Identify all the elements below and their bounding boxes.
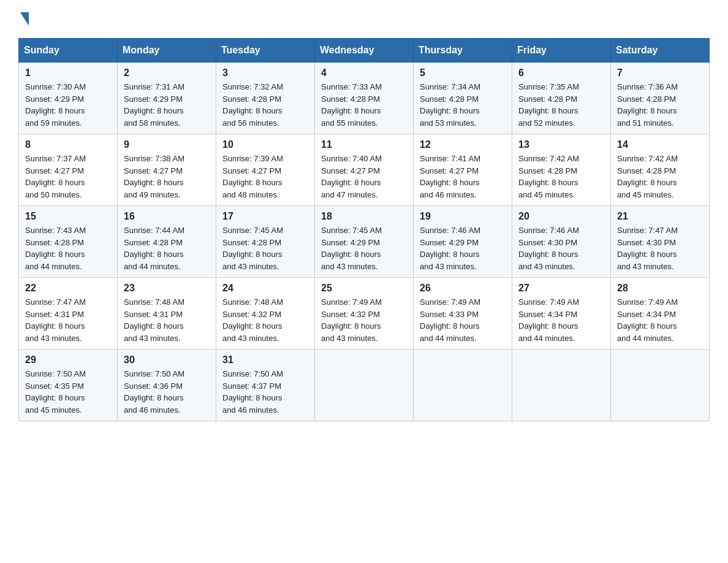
daylight-label: Daylight: 8 hours — [222, 106, 282, 115]
sunrise-label: Sunrise: 7:50 AM — [25, 369, 86, 378]
daylight-minutes: and 43 minutes. — [518, 262, 575, 271]
daylight-label: Daylight: 8 hours — [420, 106, 480, 115]
day-number: 19 — [420, 211, 506, 222]
daylight-label: Daylight: 8 hours — [124, 178, 184, 187]
daylight-minutes: and 43 minutes. — [222, 262, 279, 271]
sunrise-label: Sunrise: 7:47 AM — [617, 226, 678, 235]
daylight-label: Daylight: 8 hours — [518, 106, 578, 115]
sunset-label: Sunset: 4:28 PM — [617, 166, 676, 175]
calendar-day-cell: 19 Sunrise: 7:46 AM Sunset: 4:29 PM Dayl… — [414, 206, 512, 278]
calendar-day-cell: 17 Sunrise: 7:45 AM Sunset: 4:28 PM Dayl… — [216, 206, 315, 278]
sunset-label: Sunset: 4:27 PM — [420, 166, 479, 175]
weekday-header-friday: Friday — [512, 39, 611, 63]
daylight-minutes: and 43 minutes. — [420, 262, 477, 271]
day-info: Sunrise: 7:34 AM Sunset: 4:28 PM Dayligh… — [420, 81, 506, 129]
day-info: Sunrise: 7:35 AM Sunset: 4:28 PM Dayligh… — [518, 81, 604, 129]
calendar-day-cell: 11 Sunrise: 7:40 AM Sunset: 4:27 PM Dayl… — [315, 134, 414, 206]
day-info: Sunrise: 7:30 AM Sunset: 4:29 PM Dayligh… — [25, 81, 111, 129]
sunset-label: Sunset: 4:28 PM — [222, 94, 281, 104]
day-info: Sunrise: 7:46 AM Sunset: 4:29 PM Dayligh… — [420, 224, 506, 272]
sunset-label: Sunset: 4:28 PM — [321, 94, 380, 104]
sunrise-label: Sunrise: 7:37 AM — [25, 154, 86, 163]
day-info: Sunrise: 7:41 AM Sunset: 4:27 PM Dayligh… — [420, 153, 506, 201]
sunrise-label: Sunrise: 7:33 AM — [321, 82, 382, 91]
daylight-label: Daylight: 8 hours — [420, 321, 480, 331]
day-number: 24 — [222, 283, 308, 294]
daylight-minutes: and 50 minutes. — [25, 190, 82, 199]
daylight-label: Daylight: 8 hours — [321, 250, 381, 259]
sunset-label: Sunset: 4:28 PM — [617, 94, 676, 104]
sunrise-label: Sunrise: 7:50 AM — [124, 369, 184, 378]
daylight-minutes: and 47 minutes. — [321, 190, 378, 199]
day-info: Sunrise: 7:48 AM Sunset: 4:32 PM Dayligh… — [222, 296, 308, 344]
daylight-label: Daylight: 8 hours — [222, 178, 282, 187]
daylight-label: Daylight: 8 hours — [25, 178, 85, 187]
sunrise-label: Sunrise: 7:36 AM — [617, 82, 678, 91]
day-info: Sunrise: 7:44 AM Sunset: 4:28 PM Dayligh… — [124, 224, 210, 272]
calendar-day-cell: 7 Sunrise: 7:36 AM Sunset: 4:28 PM Dayli… — [611, 63, 710, 134]
sunrise-label: Sunrise: 7:34 AM — [420, 82, 480, 91]
sunrise-label: Sunrise: 7:49 AM — [321, 297, 382, 307]
sunset-label: Sunset: 4:31 PM — [124, 310, 183, 319]
day-number: 14 — [617, 139, 703, 150]
day-info: Sunrise: 7:42 AM Sunset: 4:28 PM Dayligh… — [518, 153, 604, 201]
weekday-header-thursday: Thursday — [414, 39, 512, 63]
daylight-label: Daylight: 8 hours — [25, 393, 85, 402]
day-info: Sunrise: 7:33 AM Sunset: 4:28 PM Dayligh… — [321, 81, 407, 129]
day-number: 15 — [25, 211, 111, 222]
day-info: Sunrise: 7:50 AM Sunset: 4:36 PM Dayligh… — [124, 368, 210, 416]
daylight-minutes: and 59 minutes. — [25, 118, 82, 128]
sunset-label: Sunset: 4:29 PM — [321, 238, 380, 247]
daylight-label: Daylight: 8 hours — [321, 106, 381, 115]
day-number: 2 — [124, 67, 210, 79]
sunset-label: Sunset: 4:27 PM — [124, 166, 183, 175]
calendar-day-cell: 26 Sunrise: 7:49 AM Sunset: 4:33 PM Dayl… — [414, 278, 512, 350]
sunrise-label: Sunrise: 7:35 AM — [518, 82, 579, 91]
weekday-header-tuesday: Tuesday — [216, 39, 315, 63]
sunset-label: Sunset: 4:28 PM — [222, 238, 281, 247]
sunset-label: Sunset: 4:28 PM — [518, 94, 577, 104]
daylight-minutes: and 43 minutes. — [25, 334, 82, 343]
sunrise-label: Sunrise: 7:49 AM — [420, 297, 480, 307]
day-number: 23 — [124, 283, 210, 294]
sunrise-label: Sunrise: 7:46 AM — [518, 226, 579, 235]
sunrise-label: Sunrise: 7:46 AM — [420, 226, 480, 235]
sunrise-label: Sunrise: 7:42 AM — [518, 154, 579, 163]
day-number: 28 — [617, 283, 703, 294]
sunrise-label: Sunrise: 7:30 AM — [25, 82, 86, 91]
daylight-label: Daylight: 8 hours — [321, 178, 381, 187]
day-info: Sunrise: 7:47 AM Sunset: 4:30 PM Dayligh… — [617, 224, 703, 272]
daylight-minutes: and 45 minutes. — [617, 190, 674, 199]
weekday-header-sunday: Sunday — [19, 39, 118, 63]
calendar-day-cell: 14 Sunrise: 7:42 AM Sunset: 4:28 PM Dayl… — [611, 134, 710, 206]
daylight-minutes: and 43 minutes. — [321, 334, 378, 343]
day-info: Sunrise: 7:37 AM Sunset: 4:27 PM Dayligh… — [25, 153, 111, 201]
calendar-day-cell: 8 Sunrise: 7:37 AM Sunset: 4:27 PM Dayli… — [19, 134, 118, 206]
calendar-day-cell: 3 Sunrise: 7:32 AM Sunset: 4:28 PM Dayli… — [216, 63, 315, 134]
calendar-day-cell: 31 Sunrise: 7:50 AM Sunset: 4:37 PM Dayl… — [216, 350, 315, 421]
sunset-label: Sunset: 4:30 PM — [518, 238, 577, 247]
calendar-day-cell — [512, 350, 611, 421]
day-info: Sunrise: 7:50 AM Sunset: 4:37 PM Dayligh… — [222, 368, 308, 416]
weekday-header-monday: Monday — [118, 39, 216, 63]
daylight-label: Daylight: 8 hours — [124, 250, 184, 259]
daylight-label: Daylight: 8 hours — [124, 321, 184, 331]
daylight-minutes: and 43 minutes. — [617, 262, 674, 271]
daylight-minutes: and 44 minutes. — [518, 334, 575, 343]
calendar-day-cell: 29 Sunrise: 7:50 AM Sunset: 4:35 PM Dayl… — [19, 350, 118, 421]
calendar-day-cell: 28 Sunrise: 7:49 AM Sunset: 4:34 PM Dayl… — [611, 278, 710, 350]
sunset-label: Sunset: 4:28 PM — [25, 238, 84, 247]
calendar-table: SundayMondayTuesdayWednesdayThursdayFrid… — [18, 38, 710, 421]
daylight-label: Daylight: 8 hours — [124, 393, 184, 402]
calendar-day-cell: 21 Sunrise: 7:47 AM Sunset: 4:30 PM Dayl… — [611, 206, 710, 278]
day-number: 29 — [25, 354, 111, 366]
day-number: 6 — [518, 67, 604, 79]
sunrise-label: Sunrise: 7:42 AM — [617, 154, 678, 163]
day-info: Sunrise: 7:47 AM Sunset: 4:31 PM Dayligh… — [25, 296, 111, 344]
daylight-minutes: and 43 minutes. — [222, 334, 279, 343]
sunset-label: Sunset: 4:27 PM — [25, 166, 84, 175]
calendar-day-cell: 12 Sunrise: 7:41 AM Sunset: 4:27 PM Dayl… — [414, 134, 512, 206]
daylight-label: Daylight: 8 hours — [518, 250, 578, 259]
sunrise-label: Sunrise: 7:44 AM — [124, 226, 184, 235]
day-number: 30 — [124, 354, 210, 366]
